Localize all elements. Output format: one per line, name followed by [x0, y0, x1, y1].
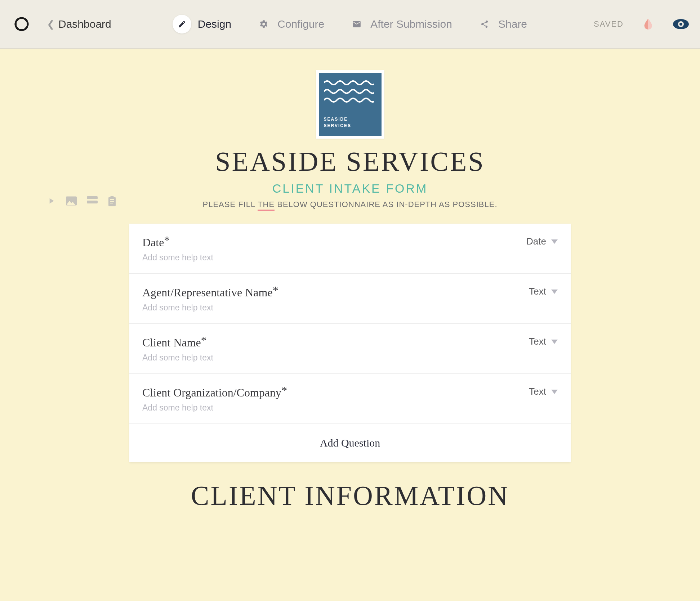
app-logo-icon	[12, 14, 31, 34]
type-selector[interactable]: Text	[529, 336, 558, 347]
form-subtitle[interactable]: CLIENT INTAKE FORM	[129, 181, 571, 196]
question-help[interactable]: Add some help text	[142, 253, 213, 263]
type-selector[interactable]: Text	[529, 286, 558, 297]
tool-clipboard[interactable]	[108, 196, 116, 206]
play-icon	[46, 196, 56, 206]
required-mark: *	[164, 234, 170, 247]
image-icon	[66, 196, 77, 206]
pencil-icon	[173, 15, 191, 33]
tool-block[interactable]	[87, 196, 98, 206]
svg-rect-1	[13, 16, 30, 32]
app-header: ❮ Dashboard Design Configure After Submi…	[0, 0, 700, 49]
chevron-left-icon: ❮	[47, 19, 55, 30]
tool-image[interactable]	[66, 196, 77, 206]
svg-rect-11	[110, 201, 114, 202]
wave-line-2	[324, 89, 374, 94]
svg-rect-12	[110, 203, 113, 203]
required-mark: *	[273, 284, 278, 297]
question-help[interactable]: Add some help text	[142, 353, 213, 363]
block-icon	[87, 196, 98, 203]
theme-button[interactable]	[642, 18, 655, 31]
note-underline: THE	[258, 200, 275, 211]
clipboard-icon	[108, 196, 116, 206]
eye-icon	[673, 18, 689, 30]
tool-play[interactable]	[46, 196, 56, 206]
wave-line-1	[324, 80, 374, 85]
question-label: Client Organization/Company	[142, 386, 281, 399]
form-title[interactable]: SEASIDE SERVICES	[129, 146, 571, 177]
caret-down-icon	[551, 340, 558, 344]
question-row[interactable]: Agent/Representative Name* Add some help…	[129, 274, 571, 324]
share-icon	[477, 17, 492, 31]
type-selector[interactable]: Text	[529, 386, 558, 397]
caret-down-icon	[551, 390, 558, 394]
add-question-button[interactable]: Add Question	[129, 424, 571, 462]
form-canvas: SEASIDE SERVICES LTD SEASIDE SERVICES CL…	[129, 49, 571, 526]
question-label: Client Name	[142, 336, 201, 349]
svg-rect-9	[110, 196, 114, 198]
side-toolbar	[46, 196, 116, 206]
logo-text-line2: SERVICES	[324, 122, 376, 129]
header-right: SAVED	[594, 18, 689, 31]
question-label: Date	[142, 236, 164, 249]
caret-down-icon	[551, 239, 558, 244]
nav-design[interactable]: Design	[173, 15, 231, 33]
section-title[interactable]: CLIENT INFORMATION	[129, 480, 571, 511]
required-mark: *	[281, 384, 287, 397]
logo-text-line1: SEASIDE	[324, 116, 376, 122]
breadcrumb-label: Dashboard	[58, 18, 111, 30]
question-row[interactable]: Client Name* Add some help text Text	[129, 324, 571, 374]
nav-after-submission[interactable]: After Submission	[349, 17, 452, 31]
required-mark: *	[201, 334, 207, 347]
svg-rect-6	[87, 196, 98, 199]
svg-rect-10	[110, 199, 114, 200]
droplet-icon	[642, 18, 655, 31]
nav-share[interactable]: Share	[477, 17, 527, 31]
preview-button[interactable]	[673, 18, 689, 30]
question-help[interactable]: Add some help text	[142, 403, 287, 413]
question-row[interactable]: Client Organization/Company* Add some he…	[129, 374, 571, 424]
app-logo[interactable]	[11, 13, 32, 35]
form-note[interactable]: PLEASE FILL THE BELOW QUESTIONNAIRE AS I…	[129, 200, 571, 209]
top-nav: Design Configure After Submission Share	[173, 15, 527, 33]
logo-text-sub: LTD	[324, 133, 376, 136]
question-card: Date* Add some help text Date Agent/Repr…	[129, 224, 571, 462]
nav-configure[interactable]: Configure	[257, 17, 324, 31]
caret-down-icon	[551, 290, 558, 294]
type-selector[interactable]: Date	[526, 236, 558, 247]
save-status: SAVED	[594, 19, 624, 29]
svg-point-4	[679, 23, 682, 26]
question-row[interactable]: Date* Add some help text Date	[129, 224, 571, 274]
wave-line-3	[324, 98, 374, 103]
question-label: Agent/Representative Name	[142, 286, 273, 299]
mail-icon	[349, 17, 364, 31]
question-help[interactable]: Add some help text	[142, 303, 278, 313]
form-logo[interactable]: SEASIDE SERVICES LTD	[316, 70, 384, 139]
gear-icon	[257, 17, 271, 31]
svg-rect-7	[87, 201, 98, 203]
breadcrumb[interactable]: ❮ Dashboard	[47, 18, 111, 30]
